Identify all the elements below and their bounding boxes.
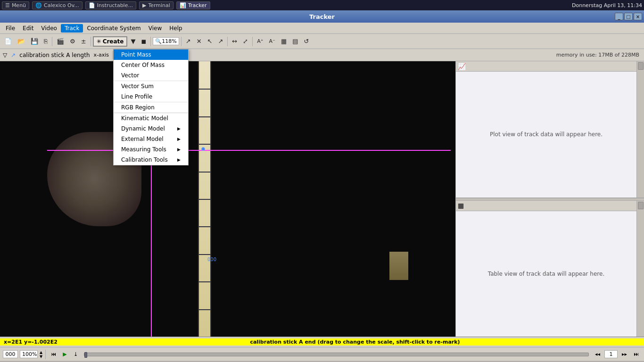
step-value[interactable]: 1 [604, 350, 618, 358]
taskbar-tracker[interactable]: 📊 Tracker [176, 1, 210, 9]
plot-main: 📈 Plot view of track data will appear he… [456, 61, 636, 197]
menu-calibration-tools[interactable]: Calibration Tools ▶ [114, 155, 188, 165]
titlebar: Tracker _ □ × [0, 10, 644, 23]
menu-coordinate[interactable]: Coordinate System [83, 24, 144, 33]
plot-toolbar: 📈 [456, 61, 636, 72]
save-button[interactable]: 💾 [28, 35, 41, 48]
table-panel: ▦ Table view of track data will appear h… [456, 201, 644, 337]
menu-external-model[interactable]: External Model ▶ [114, 134, 188, 144]
create-extra-button[interactable]: ▼ [128, 35, 138, 48]
select-tool[interactable]: ↖ [205, 35, 215, 48]
grid-button[interactable]: ▦ [279, 35, 289, 48]
asterisk-icon: ✳ [97, 38, 101, 45]
track-dropdown-menu: Point Mass Center Of Mass Vector Vector … [113, 49, 189, 165]
menu-help[interactable]: Help [165, 24, 186, 33]
toolbar-sep-5 [227, 37, 228, 46]
plot-panel: 📈 Plot view of track data will appear he… [456, 61, 644, 198]
menu-kinematic-model[interactable]: Kinematic Model [114, 113, 188, 123]
playback-speed-right[interactable]: ▸▸ [619, 350, 629, 359]
plot-placeholder: Plot view of track data will appear here… [490, 131, 603, 138]
arrow-tool[interactable]: ↗ [183, 35, 193, 48]
zoom-display: 🔍 118% [153, 37, 179, 45]
toolbar-sep-2 [91, 37, 91, 46]
video-panel[interactable]: 000 [0, 61, 455, 337]
dynamic-model-arrow: ▶ [177, 126, 181, 131]
taskbar-calexico[interactable]: 🌐 Calexico Ov... [32, 1, 83, 9]
create-label: Create [103, 38, 124, 45]
scrub-button[interactable]: ⤓ [71, 350, 80, 359]
skip-start-button[interactable]: ⏮ [49, 350, 58, 359]
menubar: File Edit Video Track Coordinate System … [0, 23, 644, 34]
table-scroll-thumb[interactable] [638, 202, 644, 209]
plot-scrollbar[interactable] [636, 61, 644, 197]
stretch-tool[interactable]: ↔ [230, 35, 239, 48]
taskbar-terminal[interactable]: ▶ Terminal [139, 1, 173, 9]
taskbar-datetime: Donnerstag April 13, 11:34 [572, 2, 642, 8]
table-icon: ▦ [458, 202, 464, 209]
timeline[interactable] [84, 353, 589, 356]
plot-content: Plot view of track data will appear here… [456, 72, 636, 197]
taskbar-instructable[interactable]: 📄 Instructable... [85, 1, 136, 9]
menu-track[interactable]: Track [61, 24, 83, 33]
playback-speed-left[interactable]: ◂◂ [593, 350, 603, 359]
toolbar-sep-6 [252, 37, 253, 46]
panel-button[interactable]: ▤ [290, 35, 300, 48]
status-message: calibration stick A end (drag to change … [66, 338, 644, 346]
minimize-button[interactable]: _ [615, 13, 623, 20]
frame-number[interactable]: 000 [3, 350, 18, 358]
track-arrow-icon: ▽ [3, 52, 7, 58]
taskbar-menu[interactable]: ☰ Menü [2, 1, 29, 9]
track-control-button[interactable]: ⚙ [67, 35, 78, 48]
menu-measuring-tools[interactable]: Measuring Tools ▶ [114, 144, 188, 155]
plot-icon: 📈 [458, 63, 466, 70]
track-point-top[interactable] [201, 147, 205, 151]
menu-dynamic-model[interactable]: Dynamic Model ▶ [114, 123, 188, 134]
font-increase[interactable]: A⁺ [255, 35, 265, 48]
plot-scroll-thumb[interactable] [638, 62, 644, 70]
maximize-button[interactable]: □ [624, 13, 633, 20]
subtract-button[interactable]: ± [79, 35, 89, 48]
menu-line-profile[interactable]: Line Profile [114, 91, 188, 102]
toolbar-sep-4 [181, 37, 182, 46]
cross-tool[interactable]: ✕ [194, 35, 204, 48]
menu-edit[interactable]: Edit [19, 24, 37, 33]
toolbar-sep-1 [52, 37, 52, 46]
playbar: 000 100% ▲ ▼ ⏮ ▶ ⤓ ◂◂ 1 ▸▸ ⏭ [0, 347, 644, 361]
timeline-thumb[interactable] [84, 352, 87, 358]
open-button[interactable]: 📂 [15, 35, 27, 48]
menu-vector[interactable]: Vector [114, 70, 188, 81]
status-coords: x=2E1 y=-1.002E2 [0, 338, 66, 346]
menu-file[interactable]: File [2, 24, 19, 33]
zoom-stepper[interactable]: ▲ ▼ [40, 350, 42, 359]
clip-button[interactable]: 🎬 [54, 35, 66, 48]
taskbar-right: Donnerstag April 13, 11:34 [572, 2, 642, 8]
menu-rgb-region[interactable]: RGB Region [114, 102, 188, 113]
refresh-button[interactable]: ↺ [302, 35, 312, 48]
close-button[interactable]: × [634, 13, 642, 20]
track-indicator-icon: ↗ [11, 52, 16, 58]
create-button[interactable]: ✳ Create [93, 36, 128, 47]
skip-end-button[interactable]: ⏭ [631, 350, 641, 359]
menu-view[interactable]: View [145, 24, 165, 33]
zoom-up[interactable]: ▲ [40, 350, 42, 354]
play-button[interactable]: ▶ [60, 350, 69, 359]
menu-point-mass[interactable]: Point Mass [114, 49, 188, 60]
zoom-down[interactable]: ▼ [40, 354, 42, 359]
calibration-tools-arrow: ▶ [177, 157, 181, 162]
table-scrollbar[interactable] [636, 201, 644, 337]
titlebar-controls: _ □ × [615, 13, 642, 20]
horizontal-crosshair [47, 150, 451, 151]
menu-vector-sum[interactable]: Vector Sum [114, 81, 188, 91]
copy-button[interactable]: ⎘ [41, 35, 50, 48]
menu-center-of-mass[interactable]: Center Of Mass [114, 60, 188, 70]
zoom-percent[interactable]: 100% [20, 350, 38, 358]
track-type-button[interactable]: ◼ [139, 35, 149, 48]
zoom-tool[interactable]: ⤢ [240, 35, 250, 48]
table-toolbar: ▦ [456, 201, 636, 211]
menu-video[interactable]: Video [37, 24, 61, 33]
font-decrease[interactable]: A⁻ [267, 35, 278, 48]
track-coord-label: 000 [207, 257, 216, 262]
mark-tool[interactable]: ↗ [215, 35, 225, 48]
new-button[interactable]: 📄 [2, 35, 14, 48]
toolbar: 📄 📂 💾 ⎘ 🎬 ⚙ ± ✳ Create ▼ ◼ 🔍 118% ↗ ✕ ↖ … [0, 34, 644, 49]
